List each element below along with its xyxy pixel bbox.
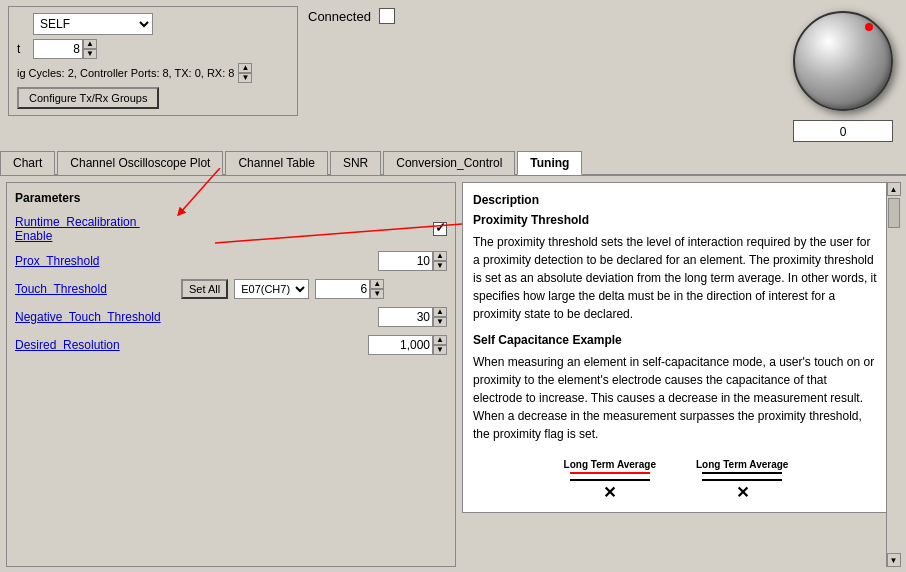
prox-threshold-input[interactable] [378,251,433,271]
description-panel-title: Description [473,193,879,207]
touch-threshold-input[interactable] [315,279,370,299]
param-row-prox: Prox Threshold ▲ ▼ [15,251,447,271]
number-input-box: ▲ ▼ [33,39,97,59]
touch-value-box: ▲ ▼ [315,279,384,299]
prox-value-box: ▲ ▼ [378,251,447,271]
scroll-down-btn[interactable]: ▼ [887,553,901,567]
desired-resolution-link[interactable]: Desired Resolution [15,338,175,352]
tab-oscilloscope[interactable]: Channel Oscilloscope Plot [57,151,223,175]
negative-touch-link[interactable]: Negative Touch Threshold [15,310,175,324]
bottom-diagram: Long Term Average ✕ Long Term Average ✕ [473,453,879,502]
param-row-touch: Touch Threshold Set All E07(CH7) ▲ ▼ [15,279,447,299]
resolution-spin: ▲ ▼ [433,335,447,355]
knob-dot [865,23,873,31]
resolution-input[interactable] [368,335,433,355]
connected-row: Connected [308,8,395,24]
description-wrapper: Description Proximity Threshold The prox… [462,182,900,567]
number-label: t [17,42,27,56]
tab-snr[interactable]: SNR [330,151,381,175]
tab-chart[interactable]: Chart [0,151,55,175]
diagram-x-2: ✕ [736,483,749,502]
prox-spin-up[interactable]: ▲ [433,251,447,261]
connected-checkbox[interactable] [379,8,395,24]
connected-label: Connected [308,9,371,24]
diagram-group-2: Long Term Average ✕ [696,459,788,502]
set-all-btn[interactable]: Set All [181,279,228,299]
self-row: SELF [17,13,289,35]
resolution-spin-down[interactable]: ▼ [433,345,447,355]
main-content: Parameters Runtime Recalibration Enable … [0,176,906,572]
runtime-recalibration-link[interactable]: Runtime Recalibration Enable [15,215,175,243]
diagram-group-1: Long Term Average ✕ [564,459,656,502]
diagram-label-1: Long Term Average [564,459,656,470]
resolution-spin-up[interactable]: ▲ [433,335,447,345]
description-para1: The proximity threshold sets the level o… [473,233,879,323]
tabs-bar: Chart Channel Oscilloscope Plot Channel … [0,150,906,176]
negative-threshold-input[interactable] [378,307,433,327]
cycles-spin-down[interactable]: ▼ [238,73,252,83]
spin-down[interactable]: ▼ [83,49,97,59]
top-middle: Connected [308,6,508,24]
cycles-row: ig Cycles: 2, Controller Ports: 8, TX: 0… [17,63,289,83]
number-spin: ▲ ▼ [83,39,97,59]
scrollbar: ▲ ▼ [886,182,900,567]
diagram-line-red-1 [570,472,650,474]
diagram-line-black-2 [702,479,782,481]
self-select[interactable]: SELF [33,13,153,35]
diagram-x-1: ✕ [603,483,616,502]
cycles-label: ig Cycles: 2, Controller Ports: 8, TX: 0… [17,67,234,79]
touch-spin: ▲ ▼ [370,279,384,299]
prox-spin: ▲ ▼ [433,251,447,271]
number-input[interactable] [33,39,83,59]
knob-area: 0 [788,6,898,142]
self-cap-heading: Self Capacitance Example [473,333,879,347]
scroll-up-btn[interactable]: ▲ [887,182,901,196]
parameters-title: Parameters [15,191,447,205]
negative-spin-down[interactable]: ▼ [433,317,447,327]
touch-spin-down[interactable]: ▼ [370,289,384,299]
param-row-negative: Negative Touch Threshold ▲ ▼ [15,307,447,327]
tab-channel-table[interactable]: Channel Table [225,151,328,175]
scroll-thumb[interactable] [888,198,900,228]
configure-btn[interactable]: Configure Tx/Rx Groups [17,87,159,109]
resolution-value-box: ▲ ▼ [368,335,447,355]
diagram-line-2 [702,472,782,474]
spin-up[interactable]: ▲ [83,39,97,49]
description-para2: When measuring an element in self-capaci… [473,353,879,443]
prox-spin-down[interactable]: ▼ [433,261,447,271]
description-panel: Description Proximity Threshold The prox… [462,182,900,513]
negative-spin-up[interactable]: ▲ [433,307,447,317]
knob[interactable] [793,11,893,111]
tab-conversion-control[interactable]: Conversion_Control [383,151,515,175]
number-row: t ▲ ▼ [17,39,289,59]
tab-tuning[interactable]: Tuning [517,151,582,175]
proximity-heading: Proximity Threshold [473,213,879,227]
runtime-recalibration-checkbox[interactable] [433,222,447,236]
param-row-resolution: Desired Resolution ▲ ▼ [15,335,447,355]
top-area: SELF t ▲ ▼ ig Cycles: 2, Controller Port… [0,0,906,148]
negative-spin: ▲ ▼ [433,307,447,327]
config-panel: SELF t ▲ ▼ ig Cycles: 2, Controller Port… [8,6,298,116]
prox-threshold-link[interactable]: Prox Threshold [15,254,175,268]
cycles-spin: ▲ ▼ [238,63,252,83]
touch-spin-up[interactable]: ▲ [370,279,384,289]
parameters-panel: Parameters Runtime Recalibration Enable … [6,182,456,567]
touch-threshold-link[interactable]: Touch Threshold [15,282,175,296]
diagram-label-2: Long Term Average [696,459,788,470]
negative-value-box: ▲ ▼ [378,307,447,327]
knob-container [788,6,898,116]
diagram-line-black-1 [570,479,650,481]
param-row-runtime: Runtime Recalibration Enable // draw che… [15,215,447,243]
cycles-spin-up[interactable]: ▲ [238,63,252,73]
knob-value: 0 [793,120,893,142]
channel-select[interactable]: E07(CH7) [234,279,309,299]
